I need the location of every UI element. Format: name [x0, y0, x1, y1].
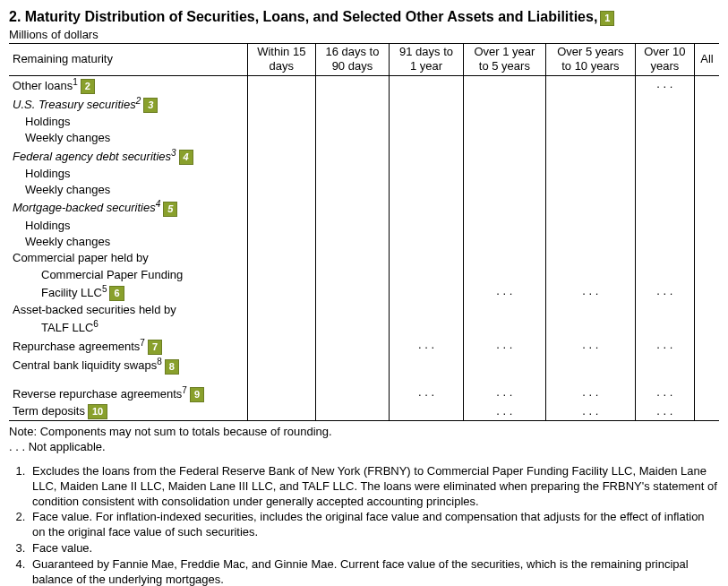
- data-cell: . . .: [545, 384, 635, 403]
- table-row: Commercial Paper Funding: [9, 267, 719, 283]
- data-cell: . . .: [390, 384, 464, 403]
- table-row: Holdings: [9, 166, 719, 182]
- data-cell: . . .: [463, 283, 545, 302]
- footnote: Guaranteed by Fannie Mae, Freddie Mac, a…: [29, 557, 719, 586]
- header-label: Remaining maturity: [13, 52, 113, 65]
- spacer-row: [9, 375, 719, 384]
- data-cell: . . .: [635, 384, 694, 403]
- data-cell: . . .: [635, 403, 694, 421]
- table-row: Holdings: [9, 114, 719, 130]
- col-all: All: [694, 44, 719, 75]
- data-cell: . . .: [635, 283, 694, 302]
- ref-badge[interactable]: 10: [88, 404, 107, 419]
- data-cell: . . .: [545, 283, 635, 302]
- table-row: Weekly changes: [9, 130, 719, 146]
- subtitle: Millions of dollars: [9, 28, 719, 44]
- data-cell: . . .: [463, 337, 545, 356]
- data-cell: . . .: [635, 75, 694, 95]
- data-cell: . . .: [545, 403, 635, 421]
- col-remaining-maturity: Remaining maturity: [9, 44, 247, 75]
- ref-badge[interactable]: 1: [600, 11, 614, 26]
- note-line: Note: Components may not sum to totals b…: [9, 425, 719, 440]
- data-cell: . . .: [463, 384, 545, 403]
- ref-badge[interactable]: 3: [143, 98, 158, 113]
- table-row: Repurchase agreements77 . . .. . .. . ..…: [9, 337, 719, 356]
- table-row: Weekly changes: [9, 234, 719, 250]
- ref-badge[interactable]: 2: [81, 79, 95, 94]
- col-5-10yr: Over 5 yearsto 10 years: [545, 44, 635, 75]
- table-row: Term deposits10 . . .. . .. . .: [9, 403, 719, 421]
- footnote: Face value.: [29, 541, 719, 556]
- ref-badge[interactable]: 8: [165, 359, 179, 375]
- col-over-10yr: Over 10years: [635, 44, 694, 75]
- data-cell: . . .: [635, 337, 694, 356]
- col-91-1yr: 91 days to1 year: [390, 44, 464, 75]
- ref-badge[interactable]: 5: [163, 202, 177, 217]
- table-row: Commercial paper held by: [9, 250, 719, 266]
- table-row: Reverse repurchase agreements79 . . .. .…: [9, 384, 719, 403]
- table-row: U.S. Treasury securities23: [9, 95, 719, 114]
- table-row: Federal agency debt securities34: [9, 147, 719, 166]
- footnotes-list: Excludes the loans from the Federal Rese…: [9, 464, 719, 586]
- ref-badge[interactable]: 4: [179, 150, 193, 165]
- note-line: . . . Not applicable.: [9, 440, 719, 455]
- col-1-5yr: Over 1 yearto 5 years: [463, 44, 545, 75]
- table-row: Asset-backed securities held by: [9, 302, 719, 318]
- footnote: Excludes the loans from the Federal Rese…: [29, 464, 719, 510]
- table-row: Central bank liquidity swaps88: [9, 356, 719, 375]
- col-within-15: Within 15days: [247, 44, 315, 75]
- header-row: Remaining maturity Within 15days 16 days…: [9, 44, 719, 75]
- table-row: Mortgage-backed securities45: [9, 198, 719, 217]
- data-cell: . . .: [463, 403, 545, 421]
- table-row: Other loans12 . . .: [9, 75, 719, 95]
- table-row: Weekly changes: [9, 182, 719, 198]
- ref-badge[interactable]: 9: [190, 387, 204, 402]
- maturity-table: Remaining maturity Within 15days 16 days…: [9, 44, 719, 421]
- data-cell: . . .: [545, 337, 635, 356]
- data-cell: . . .: [390, 337, 464, 356]
- table-row: Facility LLC56 . . .. . .. . .: [9, 283, 719, 302]
- col-16-90: 16 days to90 days: [315, 44, 390, 75]
- footnote: Face value. For inflation-indexed securi…: [29, 510, 719, 540]
- title-text: 2. Maturity Distribution of Securities, …: [9, 9, 597, 24]
- table-row: Holdings: [9, 218, 719, 234]
- ref-badge[interactable]: 7: [148, 340, 162, 355]
- table-row: TALF LLC6: [9, 318, 719, 337]
- table-title: 2. Maturity Distribution of Securities, …: [9, 9, 719, 26]
- ref-badge[interactable]: 6: [109, 286, 124, 301]
- notes: Note: Components may not sum to totals b…: [9, 425, 719, 586]
